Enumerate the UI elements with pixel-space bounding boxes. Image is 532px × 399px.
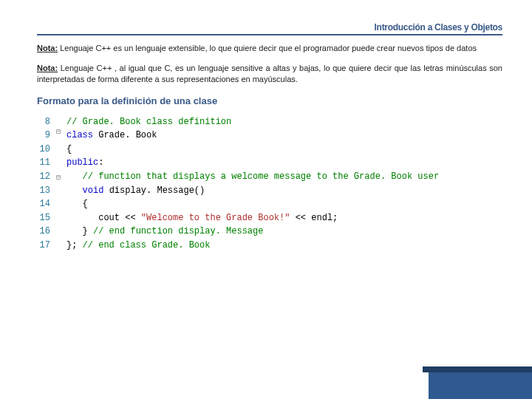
fold-spacer <box>56 115 66 127</box>
code-line: class Grade. Book <box>66 129 502 143</box>
code-line: void display. Message() <box>66 184 502 198</box>
code-line: cout << "Welcome to the Grade Book!" << … <box>66 211 502 225</box>
section-heading: Formato para la definición de una clase <box>37 95 502 106</box>
line-number: 9 <box>37 129 50 143</box>
fold-spacer <box>56 218 66 230</box>
line-number: 13 <box>37 184 50 198</box>
fold-column: ⊟⊟ <box>56 115 66 253</box>
line-number: 14 <box>37 197 50 211</box>
code-line: { <box>66 197 502 211</box>
fold-spacer <box>56 161 66 173</box>
line-number: 11 <box>37 156 50 170</box>
line-number-gutter: 891011121314151617 <box>37 115 56 253</box>
note-2: Nota: Lenguaje C++ , al igual que C, es … <box>37 63 502 85</box>
code-line: }; // end class Grade. Book <box>66 239 502 253</box>
note-label: Nota: <box>37 64 58 72</box>
fold-spacer <box>56 195 66 207</box>
note-text: Lenguaje C++ , al igual que C, es un len… <box>37 64 502 83</box>
page-title: Introducción a Clases y Objetos <box>37 22 502 35</box>
line-number: 12 <box>37 170 50 184</box>
note-label: Nota: <box>37 44 58 52</box>
fold-toggle-icon[interactable]: ⊟ <box>56 172 66 184</box>
document-page: Introducción a Clases y Objetos Nota: Le… <box>0 0 532 252</box>
fold-spacer <box>56 184 66 196</box>
line-number: 10 <box>37 143 50 157</box>
fold-spacer <box>56 149 66 161</box>
line-number: 16 <box>37 225 50 239</box>
line-number: 15 <box>37 211 50 225</box>
code-line: // function that displays a welcome mess… <box>66 170 502 184</box>
note-1: Nota: Lenguaje C++ es un lenguaje extens… <box>37 43 502 54</box>
code-content: // Grade. Book class definitionclass Gra… <box>66 115 502 253</box>
code-line: } // end function display. Message <box>66 225 502 239</box>
line-number: 8 <box>37 115 50 129</box>
code-line: // Grade. Book class definition <box>66 115 502 129</box>
fold-toggle-icon[interactable]: ⊟ <box>56 126 66 138</box>
code-block: 891011121314151617 ⊟⊟ // Grade. Book cla… <box>37 115 502 253</box>
code-line: { <box>66 143 502 157</box>
fold-spacer <box>56 138 66 150</box>
line-number: 17 <box>37 239 50 253</box>
note-text: Lenguaje C++ es un lenguaje extensible, … <box>58 44 477 52</box>
fold-spacer <box>56 207 66 219</box>
footer-accent-bar <box>429 372 532 399</box>
code-line: public: <box>66 156 502 170</box>
